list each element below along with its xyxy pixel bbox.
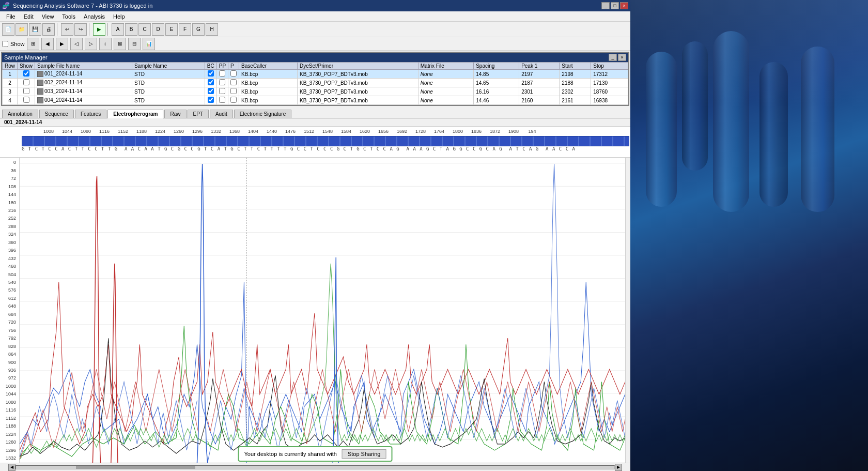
toolbar-btn-e[interactable]: E [165, 23, 178, 36]
toolbar2-btn2[interactable]: ◀ [41, 38, 54, 50]
ruler-tick: 1512 [300, 129, 318, 134]
cell-stop: 16938 [591, 96, 628, 105]
scroll-right-button[interactable]: ▶ [615, 464, 622, 471]
v-scrollbar[interactable] [625, 158, 630, 463]
toolbar2-btn9[interactable]: 📊 [143, 38, 155, 50]
menu-edit[interactable]: Edit [20, 12, 38, 21]
menu-view[interactable]: View [38, 12, 58, 21]
ruler-tick: 1260 [169, 129, 188, 134]
cell-bc[interactable] [205, 70, 216, 79]
cell-row-num: 1 [3, 70, 18, 79]
cell-pp[interactable] [216, 87, 228, 96]
toolbar-btn-a[interactable]: A [112, 23, 124, 36]
print-button[interactable]: 🖨 [42, 23, 55, 36]
show-checkbox[interactable] [2, 41, 8, 47]
cell-p[interactable] [228, 70, 239, 79]
tab-ept[interactable]: EPT [188, 110, 209, 118]
cell-peak1: 2160 [519, 96, 560, 105]
tab-electronic-signature[interactable]: Electronic Signature [234, 110, 292, 118]
toolbar1: 📄 📁 💾 🖨 ↩ ↪ ▶ A B C D E F G H [0, 22, 630, 37]
show-check-0[interactable] [23, 70, 29, 77]
col-file: Sample File Name [35, 63, 132, 70]
titlebar-title: Sequencing Analysis Software 7 - ABI 373… [13, 3, 152, 9]
tab-audit[interactable]: Audit [210, 110, 233, 118]
h-scrollbar-thumb[interactable] [76, 466, 196, 469]
maximize-button[interactable]: □ [611, 2, 619, 9]
y-label-288: 288 [1, 224, 18, 229]
undo-button[interactable]: ↩ [61, 23, 73, 36]
cell-show[interactable] [18, 96, 35, 105]
toolbar2-btn4[interactable]: ◁ [70, 38, 83, 50]
toolbar-btn-d[interactable]: D [152, 23, 164, 36]
y-label-396: 396 [1, 248, 18, 253]
cell-p[interactable] [228, 87, 239, 96]
cell-bc[interactable] [205, 87, 216, 96]
sm-minimize[interactable]: _ [609, 54, 617, 61]
cell-basecaller: KB.bcp [239, 96, 298, 105]
toolbar2: Show ⊞ ◀ ▶ ◁ ▷ ↕ ⊠ ⊟ 📊 [0, 37, 630, 51]
new-button[interactable]: 📄 [2, 23, 14, 36]
table-row[interactable]: 3 003_2024-11-14 STD KB.bcp KB_3730_POP7… [3, 87, 628, 96]
cell-p[interactable] [228, 79, 239, 87]
toolbar2-btn8[interactable]: ⊟ [128, 38, 141, 50]
menu-tools[interactable]: Tools [58, 12, 80, 21]
tab-sequence[interactable]: Sequence [39, 110, 74, 118]
toolbar-btn-c[interactable]: C [138, 23, 151, 36]
menu-file[interactable]: File [2, 12, 20, 21]
cell-pp[interactable] [216, 79, 228, 87]
run-button[interactable]: ▶ [93, 23, 105, 36]
y-axis: 1332 1296 1260 1224 1188 1152 1116 1080 … [0, 158, 20, 463]
scroll-left-button[interactable]: ◀ [8, 464, 16, 471]
save-button[interactable]: 💾 [29, 23, 41, 36]
tab-annotation[interactable]: Annotation [2, 110, 38, 118]
bases-row: G T C T C C A C T T C C T T G A A C A A … [0, 146, 630, 156]
ruler-tick: 1224 [151, 129, 169, 134]
cell-show[interactable] [18, 87, 35, 96]
toolbar-btn-h[interactable]: H [206, 23, 218, 36]
ruler-tick: 1152 [114, 129, 132, 134]
cell-bc[interactable] [205, 79, 216, 87]
cell-filename: 002_2024-11-14 [35, 79, 132, 87]
red-trace [20, 282, 625, 450]
menu-analysis[interactable]: Analysis [80, 12, 109, 21]
cell-start: 2198 [560, 70, 591, 79]
minimize-button[interactable]: _ [601, 2, 610, 9]
cell-pp[interactable] [216, 70, 228, 79]
ruler-tick: 1116 [95, 129, 114, 134]
tab-raw[interactable]: Raw [164, 110, 186, 118]
toolbar2-btn5[interactable]: ▷ [85, 38, 97, 50]
sample-manager: Sample Manager _ × Row Show Sample File … [1, 52, 629, 106]
y-label-0: 0 [1, 160, 18, 165]
cell-p[interactable] [228, 96, 239, 105]
show-check-3[interactable] [23, 97, 29, 103]
col-bc: BC [205, 63, 216, 70]
tab-features[interactable]: Features [75, 110, 106, 118]
y-label-180: 180 [1, 200, 18, 205]
open-button[interactable]: 📁 [16, 23, 28, 36]
menubar: File Edit View Tools Analysis Help [0, 11, 630, 22]
toolbar2-btn1[interactable]: ⊞ [27, 38, 39, 50]
toolbar-btn-g[interactable]: G [192, 23, 205, 36]
stop-sharing-button[interactable]: Stop Sharing [342, 449, 386, 459]
toolbar-btn-f[interactable]: F [179, 23, 191, 36]
cell-pp[interactable] [216, 96, 228, 105]
table-row[interactable]: 1 001_2024-11-14 STD KB.bcp KB_3730_POP7… [3, 70, 628, 79]
close-button[interactable]: × [620, 2, 628, 9]
tab-electropherogram[interactable]: Electropherogram [107, 110, 163, 118]
toolbar2-btn7[interactable]: ⊠ [114, 38, 126, 50]
cell-show[interactable] [18, 70, 35, 79]
redo-button[interactable]: ↪ [74, 23, 87, 36]
cell-show[interactable] [18, 79, 35, 87]
show-check-1[interactable] [23, 79, 29, 85]
h-scrollbar-track[interactable] [16, 465, 615, 469]
table-row[interactable]: 4 004_2024-11-14 STD KB.bcp KB_3730_POP7… [3, 96, 628, 105]
show-check-2[interactable] [23, 88, 29, 94]
col-row: Row [3, 63, 18, 70]
table-row[interactable]: 2 002_2024-11-14 STD KB.bcp KB_3730_POP7… [3, 79, 628, 87]
toolbar2-btn3[interactable]: ▶ [56, 38, 68, 50]
menu-help[interactable]: Help [109, 12, 129, 21]
cell-bc[interactable] [205, 96, 216, 105]
toolbar-btn-b[interactable]: B [125, 23, 137, 36]
sm-close[interactable]: × [618, 54, 626, 61]
toolbar2-btn6[interactable]: ↕ [99, 38, 112, 50]
